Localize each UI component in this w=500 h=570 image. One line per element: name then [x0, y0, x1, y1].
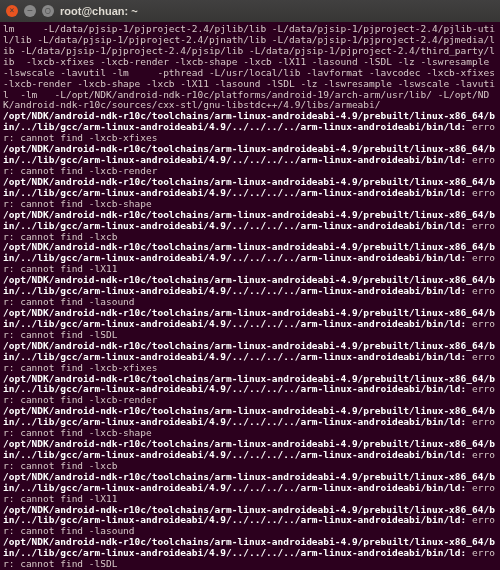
window-controls: × – ▢: [6, 5, 54, 17]
terminal-line: /opt/NDK/android-ndk-r10c/toolchains/arm…: [3, 275, 497, 308]
terminal-line: /opt/NDK/android-ndk-r10c/toolchains/arm…: [3, 177, 497, 210]
error-path: /opt/NDK/android-ndk-r10c/toolchains/arm…: [3, 110, 495, 132]
terminal-line: /opt/NDK/android-ndk-r10c/toolchains/arm…: [3, 341, 497, 374]
error-path: /opt/NDK/android-ndk-r10c/toolchains/arm…: [3, 274, 495, 296]
window-title: root@chuan: ~: [60, 5, 138, 18]
error-path: /opt/NDK/android-ndk-r10c/toolchains/arm…: [3, 241, 495, 263]
error-path: /opt/NDK/android-ndk-r10c/toolchains/arm…: [3, 373, 495, 395]
error-path: /opt/NDK/android-ndk-r10c/toolchains/arm…: [3, 536, 495, 558]
error-path: /opt/NDK/android-ndk-r10c/toolchains/arm…: [3, 176, 495, 198]
terminal-output[interactable]: lm -L/data/pjsip-1/pjproject-2.4/pjlib/l…: [0, 22, 500, 570]
error-path: /opt/NDK/android-ndk-r10c/toolchains/arm…: [3, 209, 495, 231]
terminal-line: /opt/NDK/android-ndk-r10c/toolchains/arm…: [3, 242, 497, 275]
terminal-line: /opt/NDK/android-ndk-r10c/toolchains/arm…: [3, 374, 497, 407]
error-path: /opt/NDK/android-ndk-r10c/toolchains/arm…: [3, 307, 495, 329]
error-path: /opt/NDK/android-ndk-r10c/toolchains/arm…: [3, 340, 495, 362]
maximize-icon[interactable]: ▢: [42, 5, 54, 17]
terminal-line: /opt/NDK/android-ndk-r10c/toolchains/arm…: [3, 308, 497, 341]
terminal-line: /opt/NDK/android-ndk-r10c/toolchains/arm…: [3, 144, 497, 177]
terminal-line: /opt/NDK/android-ndk-r10c/toolchains/arm…: [3, 537, 497, 570]
minimize-icon[interactable]: –: [24, 5, 36, 17]
terminal-line: lm -L/data/pjsip-1/pjproject-2.4/pjlib/l…: [3, 24, 497, 111]
terminal-line: /opt/NDK/android-ndk-r10c/toolchains/arm…: [3, 111, 497, 144]
error-path: /opt/NDK/android-ndk-r10c/toolchains/arm…: [3, 438, 495, 460]
terminal-line: /opt/NDK/android-ndk-r10c/toolchains/arm…: [3, 406, 497, 439]
terminal-line: /opt/NDK/android-ndk-r10c/toolchains/arm…: [3, 210, 497, 243]
close-icon[interactable]: ×: [6, 5, 18, 17]
error-path: /opt/NDK/android-ndk-r10c/toolchains/arm…: [3, 405, 495, 427]
terminal-line: /opt/NDK/android-ndk-r10c/toolchains/arm…: [3, 472, 497, 505]
titlebar: × – ▢ root@chuan: ~: [0, 0, 500, 22]
terminal-line: /opt/NDK/android-ndk-r10c/toolchains/arm…: [3, 505, 497, 538]
terminal-line: /opt/NDK/android-ndk-r10c/toolchains/arm…: [3, 439, 497, 472]
error-path: /opt/NDK/android-ndk-r10c/toolchains/arm…: [3, 504, 495, 526]
error-path: /opt/NDK/android-ndk-r10c/toolchains/arm…: [3, 143, 495, 165]
error-path: /opt/NDK/android-ndk-r10c/toolchains/arm…: [3, 471, 495, 493]
